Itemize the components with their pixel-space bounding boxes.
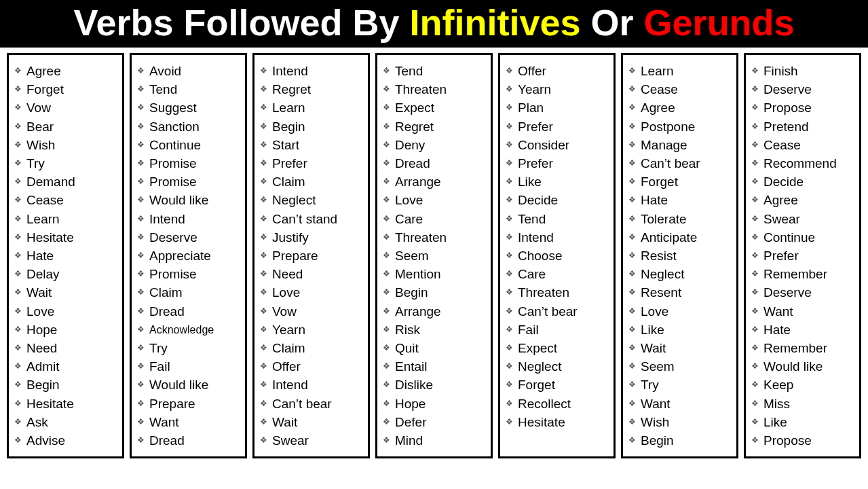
diamond-bullet-icon: ❖ bbox=[260, 376, 267, 394]
list-item-label: Remember bbox=[763, 265, 827, 283]
diamond-bullet-icon: ❖ bbox=[628, 136, 636, 154]
list-item: ❖Forget bbox=[14, 80, 117, 98]
list-item: ❖Fail bbox=[137, 357, 240, 376]
list-item-label: Fail bbox=[518, 321, 539, 339]
list-item-label: Vow bbox=[272, 302, 297, 321]
list-item: ❖Finish bbox=[751, 62, 854, 80]
list-item: ❖Neglect bbox=[260, 191, 362, 209]
list-item-label: Propose bbox=[763, 98, 812, 117]
diamond-bullet-icon: ❖ bbox=[260, 339, 267, 357]
list-item-label: Claim bbox=[149, 283, 183, 302]
list-item: ❖Swear bbox=[260, 431, 362, 450]
list-item: ❖Prefer bbox=[506, 117, 608, 136]
diamond-bullet-icon: ❖ bbox=[628, 302, 636, 321]
diamond-bullet-icon: ❖ bbox=[14, 265, 22, 283]
diamond-bullet-icon: ❖ bbox=[14, 210, 22, 228]
list-item: ❖Can’t bear bbox=[506, 302, 608, 321]
list-item: ❖Like bbox=[628, 321, 731, 339]
diamond-bullet-icon: ❖ bbox=[137, 191, 145, 209]
list-item-label: Prepare bbox=[272, 247, 318, 265]
list-item-label: Fail bbox=[149, 357, 170, 376]
diamond-bullet-icon: ❖ bbox=[751, 302, 759, 321]
diamond-bullet-icon: ❖ bbox=[383, 283, 390, 302]
list-item: ❖Defer bbox=[383, 413, 485, 431]
diamond-bullet-icon: ❖ bbox=[628, 265, 636, 283]
list-item-label: Need bbox=[272, 265, 303, 283]
list-item: ❖Threaten bbox=[383, 228, 485, 247]
title-part2: Infinitives bbox=[410, 2, 591, 43]
list-item-label: Vow bbox=[26, 98, 51, 117]
list-item: ❖Manage bbox=[628, 136, 731, 154]
list-item-label: Prepare bbox=[149, 395, 195, 413]
list-item: ❖Dread bbox=[383, 154, 485, 173]
list-item-label: Prefer bbox=[518, 117, 553, 136]
list-item: ❖Decide bbox=[506, 191, 608, 209]
diamond-bullet-icon: ❖ bbox=[751, 339, 759, 357]
diamond-bullet-icon: ❖ bbox=[14, 173, 22, 191]
list-item-label: Arrange bbox=[395, 173, 441, 191]
list-item: ❖Regret bbox=[260, 80, 362, 98]
list-item-label: Wait bbox=[26, 283, 52, 302]
diamond-bullet-icon: ❖ bbox=[506, 302, 513, 321]
list-item-label: Swear bbox=[763, 210, 800, 228]
diamond-bullet-icon: ❖ bbox=[506, 228, 513, 247]
diamond-bullet-icon: ❖ bbox=[260, 173, 267, 191]
list-item: ❖Promise bbox=[137, 154, 240, 173]
diamond-bullet-icon: ❖ bbox=[751, 321, 759, 339]
list-item: ❖Hate bbox=[14, 247, 117, 265]
list-item-label: Cease bbox=[26, 191, 64, 209]
list-item-label: Mention bbox=[395, 265, 441, 283]
list-item: ❖Deserve bbox=[751, 80, 854, 98]
list-item: ❖Decide bbox=[751, 173, 854, 191]
diamond-bullet-icon: ❖ bbox=[751, 265, 759, 283]
diamond-bullet-icon: ❖ bbox=[383, 321, 390, 339]
list-item: ❖Hope bbox=[383, 395, 485, 413]
list-item-label: Agree bbox=[763, 191, 798, 209]
list-item-label: Seem bbox=[641, 357, 675, 376]
diamond-bullet-icon: ❖ bbox=[628, 98, 636, 117]
diamond-bullet-icon: ❖ bbox=[383, 228, 390, 247]
list-item: ❖Promise bbox=[137, 265, 240, 283]
list-item: ❖Tend bbox=[506, 210, 608, 228]
list-item: ❖Pretend bbox=[751, 117, 854, 136]
title-part4: Gerunds bbox=[644, 2, 795, 43]
title-part3: Or bbox=[591, 2, 644, 43]
list-item-label: Hesitate bbox=[518, 413, 565, 431]
list-item: ❖Seem bbox=[383, 247, 485, 265]
diamond-bullet-icon: ❖ bbox=[383, 80, 390, 98]
list-item-label: Deserve bbox=[149, 228, 197, 247]
list-item-label: Consider bbox=[518, 136, 569, 154]
list-item-label: Agree bbox=[26, 62, 61, 80]
list-item: ❖Keep bbox=[751, 376, 854, 394]
list-item-label: Intend bbox=[272, 62, 308, 80]
list-item: ❖Learn bbox=[628, 62, 731, 80]
list-item-label: Admit bbox=[26, 357, 60, 376]
list-item-label: Propose bbox=[763, 431, 812, 450]
list-item-label: Seem bbox=[395, 247, 429, 265]
diamond-bullet-icon: ❖ bbox=[383, 395, 390, 413]
diamond-bullet-icon: ❖ bbox=[260, 154, 267, 173]
list-item: ❖Wait bbox=[260, 413, 362, 431]
list-item-label: Hate bbox=[641, 191, 668, 209]
list-item-label: Expect bbox=[518, 339, 557, 357]
list-item: ❖Want bbox=[628, 395, 731, 413]
list-item: ❖Hate bbox=[628, 191, 731, 209]
diamond-bullet-icon: ❖ bbox=[14, 302, 22, 321]
diamond-bullet-icon: ❖ bbox=[506, 80, 513, 98]
diamond-bullet-icon: ❖ bbox=[628, 154, 636, 173]
list-item-label: Avoid bbox=[149, 62, 181, 80]
diamond-bullet-icon: ❖ bbox=[506, 117, 513, 136]
list-item: ❖Dread bbox=[137, 431, 240, 450]
list-item: ❖Love bbox=[628, 302, 731, 321]
list-item: ❖Appreciate bbox=[137, 247, 240, 265]
list-item-label: Remember bbox=[763, 339, 827, 357]
list-item-label: Wish bbox=[26, 136, 55, 154]
diamond-bullet-icon: ❖ bbox=[506, 265, 513, 283]
list-item-label: Expect bbox=[395, 98, 434, 117]
list-item-label: Tend bbox=[518, 210, 546, 228]
list-item-label: Yearn bbox=[518, 80, 551, 98]
diamond-bullet-icon: ❖ bbox=[628, 191, 636, 209]
list-item-label: Deserve bbox=[763, 283, 812, 302]
diamond-bullet-icon: ❖ bbox=[260, 210, 267, 228]
list-item-label: Manage bbox=[641, 136, 687, 154]
